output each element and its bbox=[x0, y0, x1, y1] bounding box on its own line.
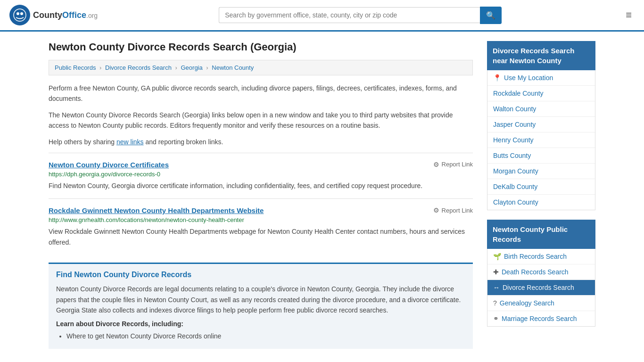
desc3-after: and reporting broken links. bbox=[144, 138, 223, 146]
breadcrumb-public-records[interactable]: Public Records bbox=[55, 64, 96, 71]
learn-list: Where to get Newton County Divorce Recor… bbox=[56, 330, 465, 342]
result-title-1[interactable]: Newton County Divorce Certificates bbox=[49, 161, 169, 169]
find-section: Find Newton County Divorce Records Newto… bbox=[49, 263, 473, 349]
description-2: The Newton County Divorce Records Search… bbox=[49, 110, 473, 131]
description-3: Help others by sharing new links and rep… bbox=[49, 137, 473, 147]
death-icon: ✚ bbox=[493, 268, 499, 276]
nearby-butts-label: Butts County bbox=[493, 152, 531, 159]
nearby-jasper-label: Jasper County bbox=[493, 121, 536, 128]
nearby-butts-link[interactable]: Butts County bbox=[487, 148, 595, 163]
search-bar: 🔍 bbox=[219, 7, 502, 24]
breadcrumb: Public Records › Divorce Records Search … bbox=[49, 60, 473, 75]
svg-point-1 bbox=[17, 12, 19, 15]
public-records-list: 🌱 Birth Records Search ✚ Death Records S… bbox=[487, 249, 595, 327]
nearby-dekalb-link[interactable]: DeKalb County bbox=[487, 179, 595, 194]
pr-genealogy[interactable]: ? Genealogy Search bbox=[487, 296, 595, 311]
pr-marriage-label: Marriage Records Search bbox=[502, 315, 577, 322]
logo-icon bbox=[9, 5, 30, 25]
pr-genealogy-link[interactable]: ? Genealogy Search bbox=[487, 296, 595, 311]
divorce-icon: ↔ bbox=[493, 284, 500, 291]
pin-icon: 📍 bbox=[493, 74, 501, 82]
nearby-clayton-link[interactable]: Clayton County bbox=[487, 195, 595, 210]
nearby-henry-link[interactable]: Henry County bbox=[487, 132, 595, 148]
nearby-list: 📍 Use My Location Rockdale County Walton… bbox=[487, 70, 595, 210]
header-right: ≡ bbox=[623, 6, 635, 24]
use-location-item[interactable]: 📍 Use My Location bbox=[487, 70, 595, 86]
pr-death-link[interactable]: ✚ Death Records Search bbox=[487, 264, 595, 280]
result-url-2: http://www.gnrhealth.com/locations/newto… bbox=[49, 216, 473, 223]
nearby-rockdale[interactable]: Rockdale County bbox=[487, 86, 595, 101]
use-location-label: Use My Location bbox=[504, 74, 553, 82]
use-location-link[interactable]: 📍 Use My Location bbox=[487, 70, 595, 85]
result-url-1: https://dph.georgia.gov/divorce-records-… bbox=[49, 171, 473, 178]
result-item-1: Newton County Divorce Certificates ⚙ Rep… bbox=[49, 153, 473, 198]
pr-marriage-link[interactable]: ⚭ Marriage Records Search bbox=[487, 311, 595, 326]
svg-point-2 bbox=[20, 12, 23, 15]
breadcrumb-sep-1: › bbox=[99, 64, 103, 71]
nearby-clayton[interactable]: Clayton County bbox=[487, 195, 595, 210]
logo-area: CountyOffice.org bbox=[9, 5, 98, 25]
pr-divorce-label: Divorce Records Search bbox=[503, 284, 574, 291]
public-records-section: Newton County PublicRecords 🌱 Birth Reco… bbox=[487, 220, 595, 327]
result-title-2[interactable]: Rockdale Gwinnett Newton County Health D… bbox=[49, 206, 264, 214]
breadcrumb-divorce-records-search[interactable]: Divorce Records Search bbox=[105, 64, 172, 71]
header: CountyOffice.org 🔍 ≡ bbox=[0, 0, 644, 32]
nearby-header: Divorce Records Searchnear Newton County bbox=[487, 41, 595, 70]
report-link-button-1[interactable]: ⚙ Report Link bbox=[433, 161, 473, 168]
public-records-header: Newton County PublicRecords bbox=[487, 220, 595, 249]
pr-birth-label: Birth Records Search bbox=[504, 253, 567, 260]
find-desc: Newton County Divorce Records are legal … bbox=[56, 284, 465, 315]
nearby-henry[interactable]: Henry County bbox=[487, 132, 595, 148]
result-item-2: Rockdale Gwinnett Newton County Health D… bbox=[49, 198, 473, 255]
nearby-jasper[interactable]: Jasper County bbox=[487, 117, 595, 132]
nearby-clayton-label: Clayton County bbox=[493, 198, 538, 206]
public-records-header-text: Newton County PublicRecords bbox=[493, 225, 568, 243]
nearby-rockdale-link[interactable]: Rockdale County bbox=[487, 86, 595, 101]
nearby-walton-link[interactable]: Walton County bbox=[487, 101, 595, 116]
search-button[interactable]: 🔍 bbox=[480, 7, 502, 24]
birth-icon: 🌱 bbox=[493, 253, 501, 260]
nearby-morgan[interactable]: Morgan County bbox=[487, 164, 595, 179]
pr-death[interactable]: ✚ Death Records Search bbox=[487, 264, 595, 280]
nearby-dekalb-label: DeKalb County bbox=[493, 183, 537, 190]
pr-birth[interactable]: 🌱 Birth Records Search bbox=[487, 249, 595, 264]
breadcrumb-sep-2: › bbox=[175, 64, 179, 71]
nearby-walton[interactable]: Walton County bbox=[487, 101, 595, 117]
nearby-walton-label: Walton County bbox=[493, 105, 536, 113]
nearby-morgan-label: Morgan County bbox=[493, 167, 538, 175]
report-link-label-1: Report Link bbox=[442, 161, 473, 168]
nearby-section: Divorce Records Searchnear Newton County… bbox=[487, 41, 595, 210]
pr-divorce[interactable]: ↔ Divorce Records Search bbox=[487, 280, 595, 296]
pr-birth-link[interactable]: 🌱 Birth Records Search bbox=[487, 249, 595, 264]
sidebar: Divorce Records Searchnear Newton County… bbox=[487, 41, 595, 349]
result-header-2: Rockdale Gwinnett Newton County Health D… bbox=[49, 206, 473, 214]
description-1: Perform a free Newton County, GA public … bbox=[49, 83, 473, 104]
breadcrumb-georgia[interactable]: Georgia bbox=[181, 64, 202, 71]
content-area: Newton County Divorce Records Search (Ge… bbox=[49, 41, 473, 349]
genealogy-icon: ? bbox=[493, 299, 497, 307]
nearby-dekalb[interactable]: DeKalb County bbox=[487, 179, 595, 195]
learn-item-1: Where to get Newton County Divorce Recor… bbox=[66, 330, 465, 342]
pr-genealogy-label: Genealogy Search bbox=[500, 299, 554, 307]
report-link-button-2[interactable]: ⚙ Report Link bbox=[433, 206, 473, 214]
breadcrumb-newton-county[interactable]: Newton County bbox=[212, 64, 254, 71]
pr-divorce-link[interactable]: ↔ Divorce Records Search bbox=[487, 280, 595, 295]
pr-marriage[interactable]: ⚭ Marriage Records Search bbox=[487, 311, 595, 326]
report-icon-2: ⚙ bbox=[433, 206, 439, 214]
hamburger-menu-button[interactable]: ≡ bbox=[623, 6, 635, 24]
result-desc-2: View Rockdale Gwinnett Newton County Hea… bbox=[49, 226, 473, 247]
nearby-header-text: Divorce Records Searchnear Newton County bbox=[493, 47, 574, 65]
main-container: Newton County Divorce Records Search (Ge… bbox=[39, 32, 605, 358]
find-heading: Find Newton County Divorce Records bbox=[56, 271, 465, 279]
pr-death-label: Death Records Search bbox=[502, 268, 569, 276]
desc3-before: Help others by sharing bbox=[49, 138, 116, 146]
report-icon-1: ⚙ bbox=[433, 161, 439, 168]
marriage-icon: ⚭ bbox=[493, 315, 499, 322]
learn-heading: Learn about Divorce Records, including: bbox=[56, 320, 465, 328]
nearby-jasper-link[interactable]: Jasper County bbox=[487, 117, 595, 132]
result-desc-1: Find Newton County, Georgia divorce cert… bbox=[49, 181, 473, 191]
new-links-link[interactable]: new links bbox=[116, 138, 144, 146]
search-input[interactable] bbox=[219, 7, 480, 23]
nearby-butts[interactable]: Butts County bbox=[487, 148, 595, 164]
nearby-morgan-link[interactable]: Morgan County bbox=[487, 164, 595, 179]
